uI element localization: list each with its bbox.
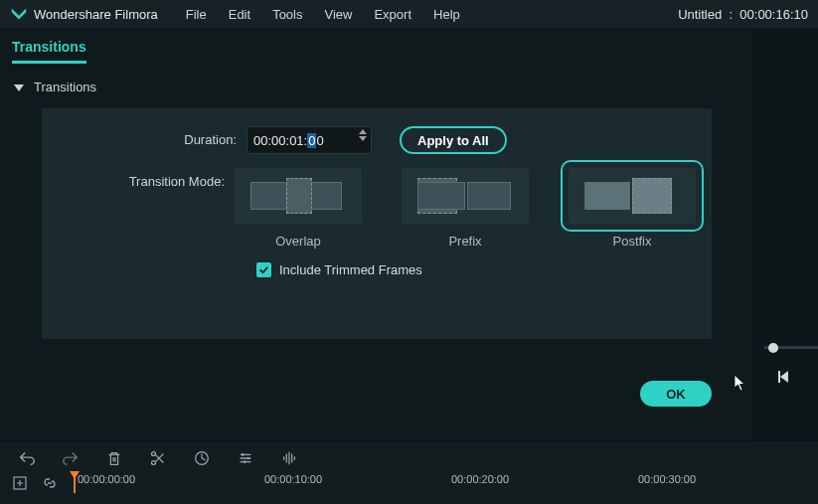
- duration-spinner[interactable]: [359, 129, 367, 141]
- preview-pane: [754, 28, 818, 440]
- step-back-button[interactable]: [776, 369, 792, 389]
- section-title: Transitions: [34, 80, 96, 94]
- prefix-thumb: [402, 168, 529, 224]
- postfix-thumb: [569, 168, 696, 224]
- project-name: Untitled: [678, 7, 722, 22]
- postfix-label: Postfix: [612, 234, 651, 249]
- menu-items: File Edit Tools View Export Help: [186, 7, 460, 22]
- tick-1: 00:00:10:00: [264, 473, 322, 485]
- preview-slider-knob[interactable]: [768, 343, 778, 353]
- overlap-label: Overlap: [275, 234, 321, 249]
- delete-button[interactable]: [105, 449, 123, 467]
- spinner-up-icon[interactable]: [359, 129, 367, 134]
- marker-add-icon[interactable]: [12, 475, 28, 491]
- tick-0: 00:00:00:00: [78, 473, 135, 485]
- section-header[interactable]: Transitions: [0, 64, 753, 102]
- timeline-ruler[interactable]: 00:00:00:00 00:00:10:00 00:00:20:00 00:0…: [72, 473, 806, 493]
- tick-3: 00:00:30:00: [638, 473, 696, 485]
- mode-label: Transition Mode:: [58, 168, 235, 189]
- project-time: 00:00:16:10: [739, 7, 808, 22]
- mode-option-prefix[interactable]: Prefix: [402, 168, 529, 249]
- menu-help[interactable]: Help: [433, 7, 460, 22]
- include-trimmed-label: Include Trimmed Frames: [279, 262, 422, 277]
- split-button[interactable]: [149, 449, 167, 467]
- overlap-thumb: [235, 168, 362, 224]
- adjust-button[interactable]: [237, 449, 254, 467]
- bottom-bar: 00:00:00:00 00:00:10:00 00:00:20:00 00:0…: [0, 440, 818, 504]
- duration-label: Duration:: [58, 126, 246, 147]
- duration-value[interactable]: 00:00:01:00: [253, 133, 324, 148]
- svg-point-2: [152, 461, 156, 465]
- tick-2: 00:00:20:00: [451, 473, 509, 485]
- mode-option-overlap[interactable]: Overlap: [235, 168, 362, 249]
- menu-edit[interactable]: Edit: [229, 7, 250, 22]
- include-trimmed-checkbox[interactable]: [256, 262, 271, 277]
- app-title: Wondershare Filmora: [34, 7, 158, 22]
- audio-button[interactable]: [280, 449, 298, 467]
- duration-input[interactable]: 00:00:01:00: [246, 126, 372, 154]
- speed-button[interactable]: [193, 449, 211, 467]
- svg-point-1: [152, 452, 156, 456]
- svg-point-6: [244, 460, 246, 463]
- tab-transitions[interactable]: Transitions: [12, 39, 86, 64]
- transition-panel: Duration: 00:00:01:00 Apply to All Trans…: [42, 108, 712, 339]
- svg-point-5: [246, 457, 249, 460]
- project-info: Untitled : 00:00:16:10: [678, 7, 808, 22]
- menubar: Wondershare Filmora File Edit Tools View…: [0, 0, 818, 28]
- app-logo-icon: [10, 5, 28, 23]
- prefix-label: Prefix: [448, 234, 481, 249]
- link-icon[interactable]: [42, 475, 58, 491]
- svg-point-4: [242, 453, 245, 456]
- svg-rect-0: [778, 371, 780, 383]
- menu-tools[interactable]: Tools: [272, 7, 302, 22]
- menu-export[interactable]: Export: [374, 7, 411, 22]
- ok-button[interactable]: OK: [640, 381, 712, 407]
- mode-option-postfix[interactable]: Postfix: [569, 168, 696, 249]
- menu-view[interactable]: View: [324, 7, 352, 22]
- undo-button[interactable]: [18, 449, 36, 467]
- playhead[interactable]: [74, 473, 76, 493]
- tab-bar: Transitions: [0, 28, 753, 64]
- apply-to-all-button[interactable]: Apply to All: [400, 126, 507, 154]
- spinner-down-icon[interactable]: [359, 136, 367, 141]
- redo-button[interactable]: [62, 449, 80, 467]
- collapse-triangle-icon[interactable]: [14, 84, 24, 91]
- menu-file[interactable]: File: [186, 7, 207, 22]
